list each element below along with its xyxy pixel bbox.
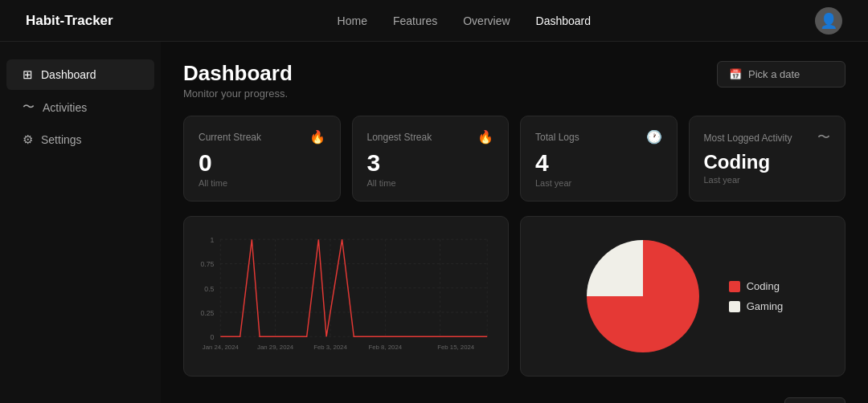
stat-card-logs: Total Logs 🕐 4 Last year bbox=[520, 116, 678, 202]
sidebar-label-dashboard: Dashboard bbox=[41, 68, 96, 81]
nav-home[interactable]: Home bbox=[338, 14, 367, 27]
nav-overview[interactable]: Overview bbox=[463, 14, 510, 27]
sidebar-item-activities[interactable]: 〜 Activities bbox=[6, 92, 154, 123]
legend-dot-coding bbox=[729, 281, 740, 292]
pie-chart: Coding Gaming bbox=[534, 230, 832, 363]
main-content: Dashboard Monitor your progress. 📅 Pick … bbox=[161, 42, 868, 403]
svg-text:0.75: 0.75 bbox=[200, 260, 214, 268]
charts-row: 1 0.75 0.5 0.25 0 Jan 24, 2024 Jan 29, 2… bbox=[183, 216, 845, 377]
page-subtitle: Monitor your progress. bbox=[183, 88, 293, 100]
legend-coding: Coding bbox=[729, 280, 784, 292]
stat-value-streak: 0 bbox=[199, 151, 326, 175]
legend-label-gaming: Gaming bbox=[747, 300, 784, 312]
stat-value-most-logged: Coding bbox=[704, 153, 831, 172]
stat-card-longest: Longest Streak 🔥 3 All time bbox=[352, 116, 510, 202]
layout: ⊞ Dashboard 〜 Activities ⚙ Settings Dash… bbox=[0, 42, 868, 403]
page-title: Dashboard bbox=[183, 61, 293, 86]
line-chart-svg: 1 0.75 0.5 0.25 0 Jan 24, 2024 Jan 29, 2… bbox=[197, 230, 495, 363]
activity-icon: 〜 bbox=[817, 129, 830, 146]
stat-value-longest: 3 bbox=[367, 151, 494, 175]
legend-dot-gaming bbox=[729, 301, 740, 312]
calendar-icon: 📅 bbox=[729, 68, 742, 80]
dashboard-icon: ⊞ bbox=[23, 67, 33, 82]
stat-card-most-logged: Most Logged Activity 〜 Coding Last year bbox=[689, 116, 846, 202]
nav-features[interactable]: Features bbox=[393, 14, 437, 27]
sidebar-item-settings[interactable]: ⚙ Settings bbox=[6, 124, 154, 155]
stat-period-streak: All time bbox=[199, 178, 326, 188]
stat-period-logs: Last year bbox=[535, 178, 662, 188]
stat-value-logs: 4 bbox=[535, 151, 662, 175]
date-picker[interactable]: 📅 Pick a date bbox=[717, 61, 845, 88]
top-nav: Habit-Tracker Home Features Overview Das… bbox=[0, 0, 868, 42]
view-button[interactable]: ⚙ View bbox=[784, 397, 845, 403]
legend-label-coding: Coding bbox=[747, 280, 780, 292]
svg-text:0.5: 0.5 bbox=[204, 285, 214, 293]
app-logo: Habit-Tracker bbox=[26, 13, 113, 29]
stat-title-longest: Longest Streak bbox=[367, 132, 432, 143]
stat-period-most-logged: Last year bbox=[704, 175, 831, 185]
svg-text:1: 1 bbox=[211, 236, 215, 244]
line-chart-card: 1 0.75 0.5 0.25 0 Jan 24, 2024 Jan 29, 2… bbox=[183, 216, 509, 377]
svg-text:Feb 8, 2024: Feb 8, 2024 bbox=[369, 344, 403, 351]
clock-icon: 🕐 bbox=[646, 129, 662, 145]
svg-text:0: 0 bbox=[211, 333, 215, 341]
date-picker-label: Pick a date bbox=[748, 68, 800, 80]
pie-chart-svg bbox=[583, 236, 703, 356]
svg-text:Jan 29, 2024: Jan 29, 2024 bbox=[257, 344, 294, 351]
main-header: Dashboard Monitor your progress. 📅 Pick … bbox=[183, 61, 845, 100]
line-chart: 1 0.75 0.5 0.25 0 Jan 24, 2024 Jan 29, 2… bbox=[197, 230, 495, 363]
stat-header-streak: Current Streak 🔥 bbox=[199, 129, 326, 145]
stat-header-logs: Total Logs 🕐 bbox=[535, 129, 662, 145]
log-history-header: Log History ⚙ View bbox=[183, 391, 845, 403]
sidebar-label-settings: Settings bbox=[41, 133, 82, 146]
svg-text:Jan 24, 2024: Jan 24, 2024 bbox=[203, 344, 240, 351]
sidebar: ⊞ Dashboard 〜 Activities ⚙ Settings bbox=[0, 42, 161, 403]
fire-icon-streak: 🔥 bbox=[309, 129, 326, 145]
svg-text:Feb 15, 2024: Feb 15, 2024 bbox=[437, 344, 475, 351]
stat-header-most-logged: Most Logged Activity 〜 bbox=[704, 129, 831, 146]
nav-dashboard[interactable]: Dashboard bbox=[536, 14, 592, 27]
legend-gaming: Gaming bbox=[729, 300, 784, 312]
activities-icon: 〜 bbox=[23, 100, 35, 115]
sidebar-label-activities: Activities bbox=[43, 101, 87, 114]
nav-links: Home Features Overview Dashboard bbox=[338, 14, 591, 27]
settings-icon: ⚙ bbox=[23, 132, 33, 147]
stat-title-logs: Total Logs bbox=[535, 132, 579, 143]
avatar[interactable]: 👤 bbox=[815, 7, 842, 35]
stat-period-longest: All time bbox=[367, 178, 494, 188]
pie-legend: Coding Gaming bbox=[729, 280, 784, 312]
svg-text:Feb 3, 2024: Feb 3, 2024 bbox=[313, 344, 347, 351]
stat-cards: Current Streak 🔥 0 All time Longest Stre… bbox=[183, 116, 845, 202]
header-text: Dashboard Monitor your progress. bbox=[183, 61, 293, 100]
sidebar-item-dashboard[interactable]: ⊞ Dashboard bbox=[6, 59, 154, 90]
svg-text:0.25: 0.25 bbox=[200, 309, 214, 317]
stat-card-streak: Current Streak 🔥 0 All time bbox=[183, 116, 341, 202]
pie-chart-card: Coding Gaming bbox=[520, 216, 845, 377]
stat-title-most-logged: Most Logged Activity bbox=[704, 132, 792, 144]
stat-header-longest: Longest Streak 🔥 bbox=[367, 129, 494, 145]
stat-title-streak: Current Streak bbox=[199, 132, 261, 143]
fire-icon-longest: 🔥 bbox=[477, 129, 493, 145]
